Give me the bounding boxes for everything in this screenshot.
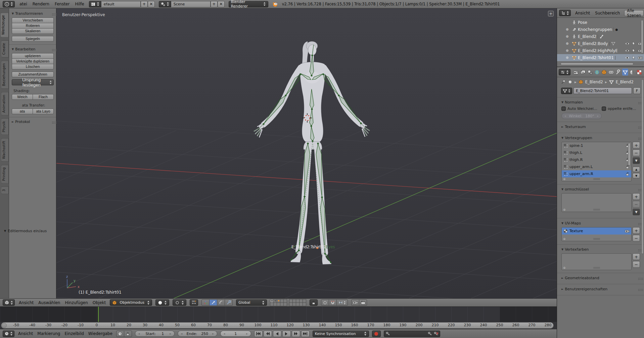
vgroup-row[interactable]: spine-1 [562,142,631,149]
selectable-cursor-icon[interactable] [632,55,636,60]
rotate-button[interactable]: Rotieren [12,23,54,29]
render-engine-selector[interactable]: Blender Renderer [229,1,268,7]
close-layout-button[interactable]: ✕ [148,1,155,7]
expand-icon[interactable]: ⊕ [566,35,570,38]
display-mode-dropdown[interactable]: Alle Szenen [624,10,644,16]
panel-header-geometry[interactable]: ► Geometrieabstand [561,276,640,280]
jump-to-end-button[interactable] [301,331,310,337]
breadcrumb-object[interactable]: E_Blend2 [585,80,603,84]
tab-material[interactable] [629,69,635,76]
jump-to-start-button[interactable] [254,331,263,337]
tab-physik[interactable]: Physik [1,118,9,135]
outliner-row-bonegroups[interactable]: ⊕ Knochengruppen ● [557,26,644,33]
snap-element-selector[interactable] [336,299,348,306]
vgroup-specials-menu[interactable]: ▼ [633,157,640,164]
outliner-row-highpolyeyes[interactable]: ⊕ E_Blend2:HighPolyEyes [557,47,644,54]
tab-texture[interactable] [636,69,642,76]
tab-constraints[interactable] [608,69,614,76]
snap-toggle-button[interactable] [329,299,337,306]
increment-arrow-icon[interactable]: ▸ [246,332,248,335]
selectable-cursor-icon[interactable] [632,48,636,53]
tab-world[interactable] [594,69,600,76]
panel-header-history[interactable]: ► Protokol [12,120,54,124]
tab-object[interactable] [601,69,607,76]
insert-keyframe-icon[interactable] [428,332,432,336]
tab-object-data[interactable] [622,69,628,76]
scene-name[interactable]: Scene [171,1,211,7]
vertex-groups-list[interactable]: spine-1 thigh.L thigh.R [561,142,632,181]
tab-modifiers[interactable] [615,69,621,76]
pin-icon[interactable] [561,80,566,84]
close-scene-button[interactable]: ✕ [218,1,225,7]
menu-frame[interactable]: Einzelbild [64,331,84,336]
proportional-edit-button[interactable] [321,299,329,306]
shade-flat-button[interactable]: Flach [33,94,54,100]
tab-beziehungen[interactable]: Beziehungen [1,60,9,89]
editor-type-info[interactable] [3,1,15,7]
scene-selector[interactable] [159,1,171,7]
shape-keys-list[interactable]: ⊕ [561,193,632,212]
selectable-cursor-icon[interactable] [632,41,636,46]
list-expand-icon[interactable]: ⊕ [563,208,566,211]
tab-render-layers[interactable] [580,69,586,76]
use-preview-range-button[interactable] [116,331,124,337]
lock-open-icon[interactable] [625,172,630,176]
panel-header-shape-keys[interactable]: ▼ ormschlüssel [561,187,640,192]
decrement-arrow-icon[interactable]: ◂ [224,332,225,335]
uv-map-row-selected[interactable]: Texture [562,227,631,235]
viewport-3d[interactable]: Benutzer-Perspektive + E_Blend2:Tshirt01… [56,8,557,298]
menu-view[interactable]: Ansicht [18,300,34,305]
panel-header-vertex-colors[interactable]: ▼ Vertexfarben [561,247,640,252]
prev-keyframe-button[interactable] [264,331,272,337]
panel-header-custom-properties[interactable]: ► Benutzereigenschaften [561,287,640,291]
menu-object[interactable]: Objekt [92,300,106,305]
layers-group-2[interactable] [289,299,306,306]
menu-view-timeline[interactable]: Ansicht [17,331,34,336]
transform-orientation-selector[interactable]: Global [236,299,267,306]
visibility-eye-icon[interactable] [625,55,630,60]
mode-selector[interactable]: Objektmodus [110,299,152,306]
play-button[interactable] [282,331,291,337]
vertex-colors-list[interactable]: ⊕ [561,253,632,270]
editor-type-properties[interactable] [559,69,570,75]
vgroup-row[interactable]: upper_arm.L [562,163,631,170]
set-origin-dropdown[interactable]: Ursprung festlegen [12,79,54,85]
decrement-arrow-icon[interactable]: ◂ [181,332,183,335]
screen-layout-selector[interactable] [89,1,101,7]
uv-maps-list[interactable]: Texture ⊕ [561,227,632,241]
keying-set-field[interactable] [384,331,440,337]
shape-key-specials-menu[interactable]: ▼ [633,209,640,215]
expand-icon[interactable]: ⊕ [566,49,570,52]
remove-shape-key-button[interactable]: − [633,201,640,208]
panel-header-edit[interactable]: ▼ Bearbeiten [12,47,54,51]
list-scrollbar[interactable] [628,143,631,166]
duplicate-button[interactable]: uplizieren [12,53,54,59]
menu-playback[interactable]: Wiedergabe [88,331,113,336]
outliner-row-body[interactable]: ⊕ E_Blend2:Body [557,40,644,47]
sync-mode-selector[interactable]: Keine Synchronisation [313,331,369,337]
pivot-selector[interactable] [173,299,186,306]
list-resize-grip[interactable] [593,267,600,268]
menu-add[interactable]: Hinzufügen [64,300,88,305]
remove-uv-map-button[interactable]: − [633,235,640,242]
add-shape-key-button[interactable]: + [633,193,640,200]
list-resize-grip[interactable] [593,238,600,240]
datablock-name-input[interactable] [573,87,632,94]
layers-group-1[interactable] [270,299,287,306]
opengl-render-image-button[interactable] [351,299,359,306]
next-keyframe-button[interactable] [292,331,300,337]
tab-scene[interactable] [587,69,593,76]
manipulator-toggle-button[interactable] [201,299,210,306]
shade-smooth-button[interactable]: Weich [12,94,33,100]
outliner-row-pose[interactable]: Pose [557,19,644,26]
expand-icon[interactable]: ⊕ [566,28,570,31]
editor-type-timeline[interactable] [3,331,14,337]
panel-header-uv-maps[interactable]: ▼ UV-Maps [561,221,640,225]
region-plus-button[interactable]: + [548,11,554,16]
join-button[interactable]: Zusammenführen [12,72,54,77]
properties-scrollbar[interactable] [641,79,644,254]
rotate-manipulator-button[interactable] [217,299,225,306]
fake-user-button[interactable]: F [633,87,641,94]
frame-start-field[interactable]: ◂ Start: 1 ▸ [135,331,175,337]
tab-werkzeuge[interactable]: Werkzeuge [1,12,9,37]
